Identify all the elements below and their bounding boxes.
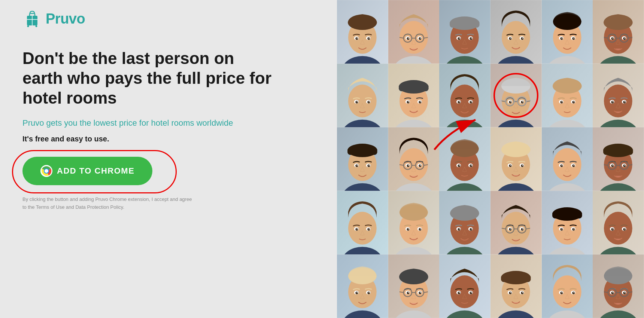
svg-point-214 [572, 164, 575, 167]
svg-point-102 [407, 101, 409, 103]
svg-rect-163 [347, 149, 377, 155]
svg-point-104 [408, 101, 408, 102]
logo[interactable]: Pruvo [22, 9, 85, 28]
svg-point-310 [355, 291, 358, 294]
svg-point-321 [407, 291, 409, 294]
svg-point-76 [623, 37, 626, 40]
photo-cell [388, 191, 440, 254]
photo-cell [388, 64, 440, 127]
svg-point-43 [458, 37, 461, 40]
svg-point-147 [573, 101, 574, 102]
photo-cell [542, 127, 593, 191]
svg-point-65 [572, 37, 575, 40]
svg-point-192 [458, 164, 461, 167]
cta-area: ADD TO CHROME [22, 157, 152, 185]
svg-point-337 [470, 291, 473, 294]
svg-point-126 [522, 101, 523, 102]
svg-point-369 [611, 291, 614, 294]
photo-cell [439, 64, 490, 127]
photo-cell [593, 191, 644, 254]
free-easy-text: It's free and easy to use. [22, 135, 277, 143]
svg-point-28 [408, 38, 408, 39]
svg-point-105 [420, 101, 420, 102]
photo-cell [490, 254, 542, 318]
photo-grid-container [337, 0, 644, 318]
svg-point-115 [471, 101, 472, 102]
svg-point-205 [510, 165, 511, 166]
svg-point-176 [407, 164, 409, 167]
svg-point-225 [611, 164, 614, 167]
svg-point-324 [420, 292, 420, 293]
svg-point-19 [369, 38, 370, 39]
svg-point-8 [45, 169, 48, 173]
svg-point-359 [572, 291, 575, 294]
photo-cell [542, 254, 593, 318]
svg-point-361 [573, 292, 574, 293]
photo-cell [593, 0, 644, 64]
svg-point-178 [408, 165, 408, 166]
svg-point-46 [471, 38, 472, 39]
svg-rect-345 [501, 276, 531, 282]
svg-point-90 [355, 101, 358, 103]
disclaimer-text: By clicking the button and adding Pruvo … [22, 196, 195, 211]
luggage-icon [22, 9, 42, 28]
photo-cell [439, 191, 490, 254]
svg-point-125 [510, 101, 511, 102]
svg-point-77 [613, 38, 613, 39]
svg-point-264 [459, 229, 460, 229]
photo-cell [337, 127, 388, 191]
svg-point-114 [459, 101, 460, 102]
svg-point-336 [458, 291, 461, 294]
svg-point-169 [369, 165, 370, 166]
svg-point-299 [611, 228, 614, 230]
svg-point-370 [623, 291, 626, 294]
svg-point-371 [613, 292, 613, 293]
svg-point-360 [561, 292, 562, 293]
svg-point-215 [561, 165, 562, 166]
svg-point-179 [420, 165, 420, 166]
hero-content: Don't be the last person on earth who pa… [22, 49, 277, 211]
add-to-chrome-label: ADD TO CHROME [57, 166, 134, 176]
svg-point-145 [572, 101, 575, 103]
photo-cell [593, 127, 644, 191]
svg-point-53 [509, 37, 511, 40]
svg-point-54 [521, 37, 523, 40]
photo-cell [593, 254, 644, 318]
svg-point-146 [561, 101, 562, 102]
photo-cell [490, 127, 542, 191]
svg-point-243 [369, 229, 370, 229]
svg-point-251 [407, 228, 409, 230]
svg-point-312 [357, 292, 358, 293]
svg-point-265 [471, 229, 472, 229]
photo-cell [388, 0, 440, 64]
svg-point-302 [625, 229, 625, 229]
svg-point-92 [357, 101, 358, 102]
svg-point-204 [521, 164, 523, 167]
svg-rect-286 [552, 212, 582, 218]
svg-point-44 [470, 37, 473, 40]
svg-point-291 [561, 229, 562, 229]
photo-cell [490, 191, 542, 254]
add-to-chrome-button[interactable]: ADD TO CHROME [22, 157, 152, 185]
svg-point-45 [459, 38, 460, 39]
svg-point-242 [357, 229, 358, 229]
svg-point-262 [458, 228, 461, 230]
photo-cell [490, 0, 542, 64]
svg-point-216 [573, 165, 574, 166]
svg-point-301 [613, 229, 613, 229]
svg-point-193 [470, 164, 473, 167]
svg-point-206 [522, 165, 523, 166]
svg-point-213 [560, 164, 563, 167]
svg-point-292 [573, 229, 574, 229]
photo-cell [337, 254, 388, 318]
photo-cell [388, 127, 440, 191]
svg-point-5 [36, 25, 37, 27]
svg-point-228 [625, 165, 625, 166]
svg-point-109 [450, 85, 479, 117]
main-headline: Don't be the last person on earth who pa… [22, 49, 277, 108]
photo-cell [439, 127, 490, 191]
photo-cell [439, 254, 490, 318]
svg-rect-222 [603, 149, 633, 155]
svg-point-263 [470, 228, 473, 230]
svg-point-56 [522, 38, 523, 39]
